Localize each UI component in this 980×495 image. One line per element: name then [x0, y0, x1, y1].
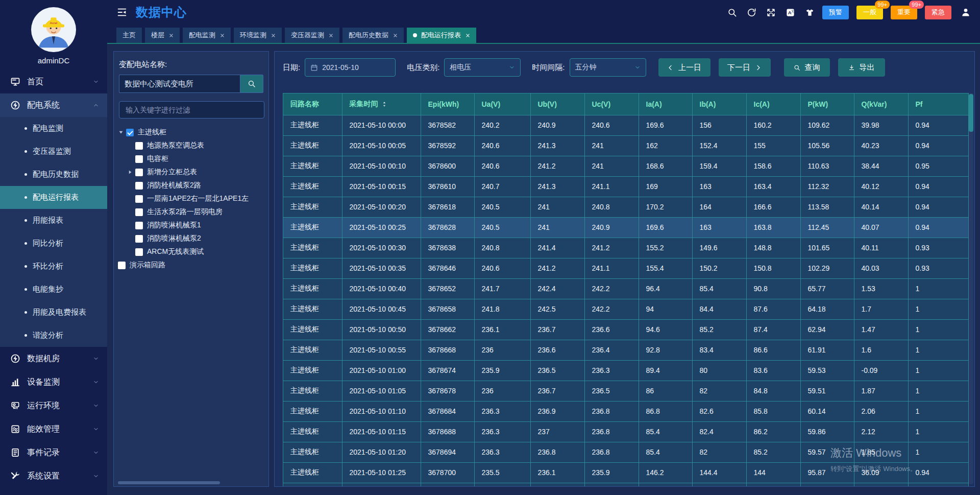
sidebar-subitem-用能及电费报表[interactable]: 用能及电费报表: [0, 301, 107, 324]
table-row[interactable]: 主进线柜2021-05-10 00:103678600240.6241.2241…: [283, 156, 968, 176]
table-row[interactable]: 主进线柜2021-05-10 00:053678592240.6241.3241…: [283, 135, 968, 156]
tree-checkbox[interactable]: [135, 248, 143, 256]
alarm-button-预警[interactable]: 预警: [822, 6, 849, 19]
close-icon[interactable]: [169, 33, 174, 38]
tab-配电历史数据[interactable]: 配电历史数据: [342, 28, 404, 43]
tree-checkbox[interactable]: [135, 208, 143, 216]
column-header-采集时间[interactable]: 采集时间: [342, 93, 421, 115]
sidebar-subitem-变压器监测[interactable]: 变压器监测: [0, 140, 107, 163]
prev-day-button[interactable]: 上一日: [658, 58, 710, 77]
tree-checkbox[interactable]: [135, 142, 143, 150]
alarm-button-一般[interactable]: 一般99+: [856, 6, 883, 19]
close-icon[interactable]: [271, 33, 276, 38]
fullscreen-icon[interactable]: [766, 8, 776, 17]
interval-select[interactable]: 五分钟: [570, 58, 646, 77]
tab-楼层[interactable]: 楼层: [145, 28, 180, 43]
table-row[interactable]: 主进线柜2021-05-10 00:453678658241.8242.5242…: [283, 299, 968, 319]
tree-checkbox[interactable]: [135, 222, 143, 229]
station-search-button[interactable]: [240, 75, 263, 93]
tree-node-电容柜[interactable]: 电容柜: [114, 152, 268, 166]
sidebar-subitem-环比分析[interactable]: 环比分析: [0, 255, 107, 278]
table-row[interactable]: 主进线柜2021-05-10 00:553678668236236.6236.4…: [283, 340, 968, 360]
horizontal-scrollbar[interactable]: [118, 481, 220, 484]
close-icon[interactable]: [465, 33, 470, 38]
table-row[interactable]: 主进线柜2021-05-10 00:153678610240.7241.3241…: [283, 176, 968, 197]
tree-node-ARCM无线表测试[interactable]: ARCM无线表测试: [114, 245, 268, 258]
close-icon[interactable]: [329, 33, 333, 38]
close-icon[interactable]: [220, 33, 225, 38]
tab-变压器监测[interactable]: 变压器监测: [285, 28, 339, 43]
sidebar-item-运行环境[interactable]: 运行环境: [0, 394, 107, 417]
caret-right-icon[interactable]: [127, 169, 133, 175]
table-row[interactable]: 主进线柜2021-05-10 01:103678684236.3236.9236…: [283, 401, 968, 421]
tree-node-演示箱回路[interactable]: 演示箱回路: [114, 258, 268, 272]
table-row[interactable]: 主进线柜2021-05-10 00:303678638240.8241.4241…: [283, 238, 968, 258]
close-icon[interactable]: [393, 33, 398, 38]
sidebar-item-数据机房[interactable]: 数据机房: [0, 347, 107, 370]
tree-filter-input[interactable]: [119, 101, 264, 119]
sidebar-subitem-配电监测[interactable]: 配电监测: [0, 117, 107, 140]
sidebar-subitem-配电历史数据[interactable]: 配电历史数据: [0, 163, 107, 186]
tree-checkbox[interactable]: [135, 155, 143, 163]
refresh-icon[interactable]: [747, 8, 756, 17]
table-row[interactable]: 主进线柜2021-05-10 01:203678694236.3236.8236…: [283, 442, 968, 462]
alarm-button-重要[interactable]: 重要99+: [891, 6, 917, 19]
sidebar-item-配电系统[interactable]: 配电系统: [0, 93, 107, 117]
export-button[interactable]: 导出: [838, 58, 885, 77]
next-day-button[interactable]: 下一日: [719, 58, 771, 77]
tree-node-消防喷淋机械泵1[interactable]: 消防喷淋机械泵1: [114, 219, 268, 232]
tree-node-地源热泵空调总表[interactable]: 地源热泵空调总表: [114, 139, 268, 152]
sidebar-item-系统设置[interactable]: 系统设置: [0, 464, 107, 488]
caret-down-icon[interactable]: [118, 129, 124, 135]
tree-node-生活水泵2路一层弱电房[interactable]: 生活水泵2路一层弱电房: [114, 205, 268, 219]
table-row[interactable]: 主进线柜2021-05-10 01:053678678236236.7236.5…: [283, 381, 968, 401]
table-row[interactable]: 主进线柜2021-05-10 00:003678582240.2240.9240…: [283, 115, 968, 135]
sidebar-item-首页[interactable]: 首页: [0, 70, 107, 93]
tab-配电监测[interactable]: 配电监测: [183, 28, 231, 43]
table-row[interactable]: 主进线柜2021-05-10 00:353678646240.6241.2241…: [283, 258, 968, 278]
table-row[interactable]: 主进线柜2021-05-10 00:403678652241.7242.4242…: [283, 278, 968, 299]
query-button[interactable]: 查询: [784, 58, 830, 77]
tree-checkbox[interactable]: [118, 262, 126, 269]
table-row[interactable]: 主进线柜2021-05-10 00:253678628240.5241240.9…: [283, 217, 968, 238]
tree-node-主进线柜[interactable]: 主进线柜: [114, 126, 268, 139]
date-picker[interactable]: 2021-05-10: [305, 58, 396, 77]
tree-node-消防喷淋机械泵2[interactable]: 消防喷淋机械泵2: [114, 232, 268, 245]
sort-icon[interactable]: [381, 101, 387, 107]
table-row[interactable]: 主进线柜2021-05-10 01:153678688236.3237236.8…: [283, 421, 968, 442]
theme-icon[interactable]: [805, 8, 815, 17]
table-row[interactable]: 主进线柜2021-05-10 00:203678618240.5241240.8…: [283, 197, 968, 217]
sidebar-item-能效管理[interactable]: 能效管理: [0, 417, 107, 441]
avatar[interactable]: Acrel: [31, 7, 76, 52]
sidebar-subitem-电能集抄[interactable]: 电能集抄: [0, 278, 107, 301]
sidebar-subitem-配电运行报表[interactable]: 配电运行报表: [0, 186, 107, 209]
tree-checkbox[interactable]: [135, 182, 143, 190]
vertical-scrollbar-thumb[interactable]: [969, 94, 973, 132]
tab-配电运行报表[interactable]: 配电运行报表: [407, 28, 476, 43]
sidebar-item-设备监测[interactable]: 设备监测: [0, 370, 107, 394]
tree-checkbox[interactable]: [135, 195, 143, 203]
alarm-button-紧急[interactable]: 紧急: [925, 6, 951, 19]
user-icon[interactable]: [961, 7, 971, 17]
table-row[interactable]: 主进线柜2021-05-10 00:503678662236.1236.7236…: [283, 319, 968, 340]
tree-checkbox[interactable]: [135, 235, 143, 243]
tree-checkbox[interactable]: [135, 169, 143, 176]
sidebar-subitem-用能报表[interactable]: 用能报表: [0, 209, 107, 232]
search-icon[interactable]: [727, 8, 737, 17]
tree-node-消防栓机械泵2路[interactable]: 消防栓机械泵2路: [114, 179, 268, 192]
voltage-type-select[interactable]: 相电压: [444, 58, 521, 77]
table-row[interactable]: 主进线柜2021-05-10 01:003678674235.9236.5236…: [283, 360, 968, 381]
table-row[interactable]: 主进线柜2021-05-10 01:253678700235.5236.1235…: [283, 462, 968, 483]
tree-checkbox[interactable]: [126, 129, 134, 136]
table-cell: 146.2: [639, 462, 692, 483]
tree-node-一层南1APE2右一层北1APE1左[interactable]: 一层南1APE2右一层北1APE1左: [114, 192, 268, 205]
sidebar-subitem-谐波分析[interactable]: 谐波分析: [0, 324, 107, 347]
sidebar-item-事件记录[interactable]: 事件记录: [0, 441, 107, 464]
tab-环境监测[interactable]: 环境监测: [234, 28, 282, 43]
sidebar-subitem-同比分析[interactable]: 同比分析: [0, 232, 107, 255]
tab-主页[interactable]: 主页: [116, 28, 142, 43]
menu-collapse-icon[interactable]: [116, 7, 128, 18]
translate-icon[interactable]: A文: [786, 8, 795, 17]
tree-node-新增分立柜总表[interactable]: 新增分立柜总表: [114, 166, 268, 179]
station-name-input[interactable]: [119, 75, 240, 93]
